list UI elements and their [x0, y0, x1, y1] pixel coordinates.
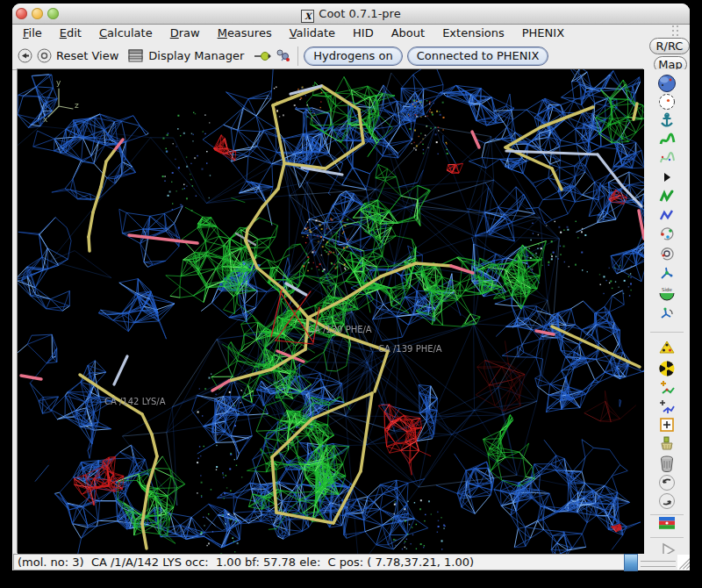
atom-label: CA /139 PHE/A — [378, 344, 442, 354]
ligand-button[interactable] — [254, 49, 271, 63]
molecule-icon — [276, 48, 291, 64]
anchor-icon[interactable] — [657, 111, 677, 131]
sidebar-bottom-grip[interactable] — [641, 561, 676, 567]
status-row: (mol. no: 3) CA /1/A/142 LYS occ: 1.00 b… — [12, 554, 690, 570]
zigzag-blue-icon[interactable] — [657, 205, 677, 225]
refine-ribbon-icon[interactable] — [657, 131, 677, 150]
sidebar-separator — [650, 537, 684, 538]
menu-phenix[interactable]: PHENIX — [513, 25, 573, 41]
flag-icon[interactable] — [657, 513, 677, 533]
phenix-connection-button[interactable]: Connected to PHENIX — [407, 47, 549, 66]
title-bar[interactable]: XCoot 0.7.1-pre — [12, 4, 690, 25]
fixed-triangle-icon[interactable] — [657, 168, 677, 187]
target-icon — [37, 48, 52, 63]
side-flip-icon[interactable]: Side — [657, 284, 677, 304]
trash-icon[interactable] — [657, 454, 677, 473]
back-icon — [18, 48, 32, 63]
menu-extensions[interactable]: Extensions — [433, 25, 513, 41]
rrc-button[interactable]: R/RC — [649, 38, 690, 54]
status-bar: (mol. no: 3) CA /1/A/142 LYS occ: 1.00 b… — [13, 554, 629, 570]
window-resize-grip[interactable] — [677, 555, 690, 570]
menu-edit[interactable]: Edit — [51, 25, 90, 41]
radiation-icon[interactable] — [657, 359, 677, 378]
back-button[interactable] — [18, 48, 32, 63]
modelling-sidebar: Side — [644, 69, 690, 554]
redo-icon[interactable] — [657, 491, 677, 511]
hydrogens-toggle-button[interactable]: Hydrogens on — [304, 47, 402, 66]
ligand-arrow-icon — [254, 49, 271, 63]
menu-about[interactable]: About — [383, 25, 433, 41]
display-manager-button[interactable]: Display Manager — [128, 49, 249, 63]
svg-text:Side: Side — [662, 287, 673, 292]
sidebar-separator — [650, 332, 684, 333]
brush-icon[interactable] — [657, 434, 677, 454]
box-plus-icon[interactable] — [657, 415, 677, 434]
menu-validate[interactable]: Validate — [281, 25, 344, 41]
atom-label: CA /142 LYS/A — [104, 397, 166, 406]
toolbar-separator — [297, 47, 298, 66]
display-manager-icon — [128, 49, 144, 63]
warning-triangle-icon[interactable] — [657, 338, 677, 357]
undo-icon[interactable] — [657, 473, 677, 492]
sidebar-separator — [650, 514, 684, 515]
jiggle-fit-icon[interactable] — [657, 305, 677, 324]
coot-window: XCoot 0.7.1-pre FileEditCalculateDrawMea… — [12, 4, 690, 570]
add-alt-conf-icon[interactable] — [657, 398, 677, 417]
menu-hid[interactable]: HID — [344, 25, 383, 41]
zigzag-green-icon[interactable] — [657, 187, 677, 206]
auto-fit-rotamer-icon[interactable] — [657, 224, 677, 243]
menu-measures[interactable]: Measures — [209, 25, 281, 41]
menu-bar: FileEditCalculateDrawMeasuresValidateHID… — [12, 25, 690, 42]
reset-view-button[interactable]: Reset View — [56, 49, 124, 62]
density-viewport[interactable]: CA /130 PHE/ACA /139 PHE/ACA /142 LYS/A — [18, 69, 644, 554]
chi-angles-icon[interactable] — [657, 264, 677, 283]
view-sphere-icon[interactable] — [657, 74, 677, 93]
statusbar-resize-button[interactable] — [624, 554, 638, 571]
molecule-button[interactable] — [276, 48, 291, 64]
window-title: XCoot 0.7.1-pre — [12, 4, 690, 24]
menu-draw[interactable]: Draw — [161, 25, 209, 41]
menu-calculate[interactable]: Calculate — [90, 25, 161, 41]
toolbar-grip[interactable] — [672, 25, 683, 36]
trackball-icon[interactable] — [657, 92, 677, 111]
rotamers-icon[interactable] — [657, 244, 677, 263]
regularize-ribbon-icon[interactable] — [657, 149, 677, 169]
add-terminal-residue-icon[interactable] — [657, 379, 677, 398]
target-button[interactable] — [37, 48, 52, 63]
app-icon: X — [301, 10, 314, 23]
toolbar: Reset View Display Manager Hydrogens on … — [12, 42, 690, 70]
menu-file[interactable]: File — [14, 25, 51, 41]
atom-label: CA /130 PHE/A — [308, 325, 372, 334]
